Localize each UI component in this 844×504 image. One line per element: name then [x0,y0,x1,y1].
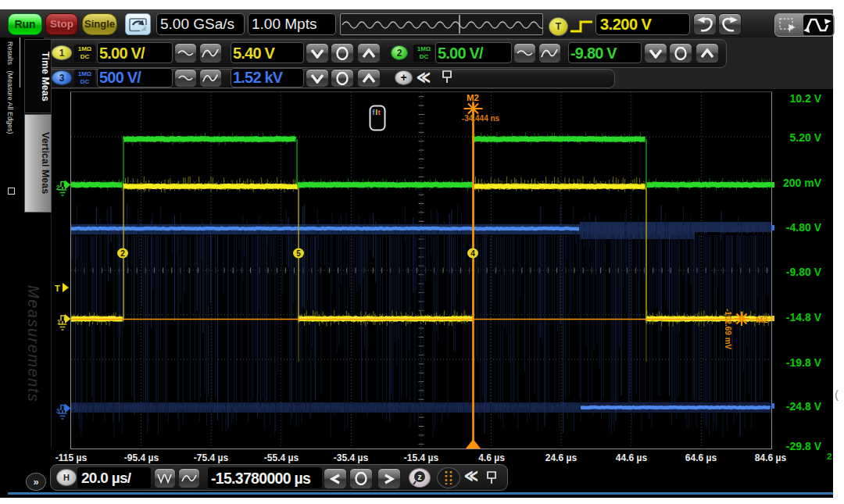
svg-text:5: 5 [296,249,301,258]
svg-text:M2: M2 [756,315,768,324]
svg-text:2: 2 [120,249,125,258]
svg-text:4: 4 [470,249,475,258]
svg-text:T: T [55,284,60,293]
svg-text:-34.444 ns: -34.444 ns [462,114,500,123]
svg-text:t: t [378,109,381,116]
svg-text:z: z [418,473,422,481]
svg-text:-102.69 mV: -102.69 mV [724,309,732,350]
svg-text:M2: M2 [467,93,479,102]
